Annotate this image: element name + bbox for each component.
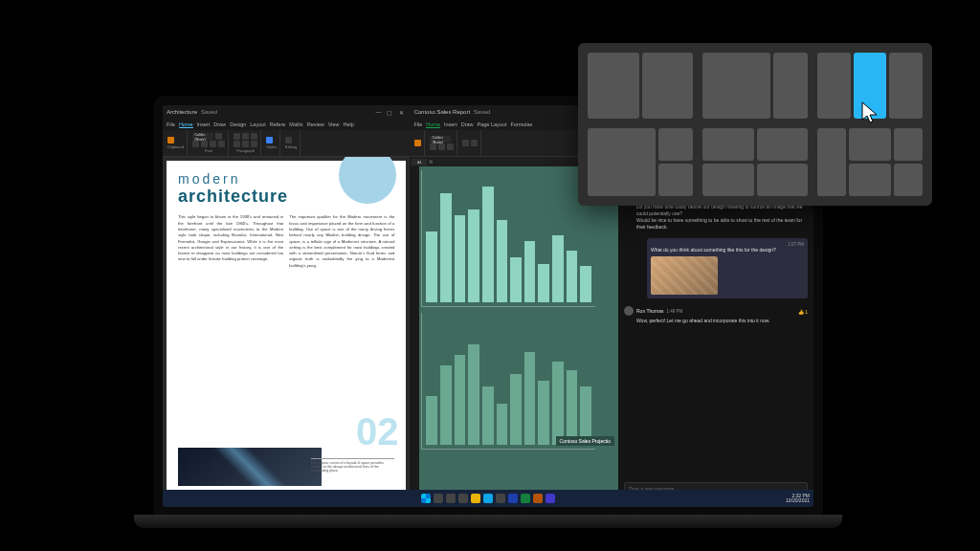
bullets-icon[interactable] xyxy=(234,133,240,140)
powerpoint-icon[interactable] xyxy=(533,494,543,503)
align-center-icon[interactable] xyxy=(242,141,249,147)
tab-home[interactable]: Home xyxy=(426,121,440,128)
excel-doc-title: Contoso Sales Report xyxy=(413,109,470,115)
reaction-like[interactable]: 👍 1 xyxy=(798,309,808,315)
chart-bar xyxy=(455,215,466,302)
fill-color-icon[interactable] xyxy=(447,143,454,150)
snap-layout-quad[interactable] xyxy=(702,128,808,197)
tab-file[interactable]: File xyxy=(413,121,422,127)
snap-zone[interactable] xyxy=(894,164,923,196)
snap-layout-center-wide[interactable] xyxy=(817,128,923,197)
snap-zone[interactable] xyxy=(849,164,892,196)
bar-chart-1[interactable] xyxy=(421,170,594,307)
snap-zone[interactable] xyxy=(658,164,693,196)
maximize-button[interactable]: ▢ xyxy=(385,108,394,116)
word-icon[interactable] xyxy=(508,494,518,503)
doc-column-1: This style began to bloom in the 1930's … xyxy=(178,214,283,269)
paste-icon[interactable] xyxy=(414,140,421,146)
snap-zone-highlighted[interactable] xyxy=(854,53,887,119)
worksheet[interactable]: Contoso Sales Projectio xyxy=(410,166,618,496)
align-right-icon[interactable] xyxy=(251,141,257,147)
snap-layout-half-quarters[interactable] xyxy=(588,128,693,197)
edge-icon[interactable] xyxy=(483,494,493,503)
font-selector[interactable]: Calibri (Body) xyxy=(192,133,213,140)
avatar[interactable] xyxy=(624,306,634,316)
tab-mailings[interactable]: Mailin xyxy=(289,121,302,127)
paste-icon[interactable] xyxy=(167,137,174,143)
tab-help[interactable]: Help xyxy=(344,121,354,127)
taskbar: 2:32 PM 10/20/2021 xyxy=(163,490,813,507)
snap-layout-thirds[interactable] xyxy=(817,53,923,119)
tab-insert[interactable]: Insert xyxy=(444,121,457,127)
snap-zone[interactable] xyxy=(702,128,754,161)
snap-zone[interactable] xyxy=(757,164,809,196)
widgets-icon[interactable] xyxy=(458,494,468,503)
font-size[interactable] xyxy=(215,133,222,140)
teams-icon[interactable] xyxy=(546,494,555,503)
numbering-icon[interactable] xyxy=(242,133,249,140)
tab-references[interactable]: Refere xyxy=(270,121,286,127)
word-canvas[interactable]: modern architecture This style began to … xyxy=(163,157,410,496)
snap-zone[interactable] xyxy=(817,53,851,119)
tab-home[interactable]: Home xyxy=(179,121,193,128)
tab-design[interactable]: Design xyxy=(230,121,246,127)
word-save-status: Saved xyxy=(201,109,217,115)
tab-file[interactable]: File xyxy=(167,121,175,127)
snap-zone[interactable] xyxy=(757,128,809,161)
fx-icon[interactable]: fx xyxy=(429,159,433,165)
file-explorer-icon[interactable] xyxy=(471,494,480,503)
system-tray[interactable]: 2:32 PM 10/20/2021 xyxy=(786,494,810,504)
search-icon[interactable] xyxy=(434,494,443,503)
merge-icon[interactable] xyxy=(471,140,478,146)
chart-bar xyxy=(524,352,536,444)
image-attachment[interactable] xyxy=(651,256,718,295)
font-color-icon[interactable] xyxy=(218,141,225,147)
message-text: What do you think about something like t… xyxy=(651,247,804,253)
tab-draw[interactable]: Draw xyxy=(461,121,474,127)
name-box[interactable]: A1 xyxy=(412,159,427,165)
snap-zone[interactable] xyxy=(817,128,846,197)
tab-review[interactable]: Review xyxy=(307,121,324,127)
bold-icon[interactable] xyxy=(430,143,436,150)
align-icon[interactable] xyxy=(462,140,469,146)
close-button[interactable]: ✕ xyxy=(396,108,406,116)
chart-bar xyxy=(538,381,549,445)
snap-layout-split-5050[interactable] xyxy=(588,53,693,119)
tab-formulas[interactable]: Formulas xyxy=(510,121,532,127)
snap-zone[interactable] xyxy=(642,53,694,119)
tab-page-layout[interactable]: Page Layout xyxy=(478,121,507,127)
indent-icon[interactable] xyxy=(251,133,257,140)
align-left-icon[interactable] xyxy=(234,141,240,147)
find-icon[interactable] xyxy=(285,137,292,143)
chart-bar xyxy=(468,209,479,301)
row-headers[interactable] xyxy=(410,166,419,496)
minimize-button[interactable]: — xyxy=(373,108,383,116)
underline-icon[interactable] xyxy=(210,141,216,147)
tab-layout[interactable]: Layout xyxy=(250,121,266,127)
tab-insert[interactable]: Insert xyxy=(197,121,211,127)
snap-zone[interactable] xyxy=(894,128,923,161)
snap-zone[interactable] xyxy=(849,128,892,161)
document-page: modern architecture This style began to … xyxy=(167,161,406,492)
tab-draw[interactable]: Draw xyxy=(213,121,226,127)
bold-icon[interactable] xyxy=(192,141,199,147)
snap-zone[interactable] xyxy=(702,53,770,119)
snap-layout-split-7030[interactable] xyxy=(702,53,808,119)
snap-layouts-flyout xyxy=(578,43,932,206)
mail-icon[interactable] xyxy=(496,494,505,503)
font-selector[interactable]: Calibri (Body) xyxy=(430,136,451,143)
snap-zone[interactable] xyxy=(588,128,656,197)
start-button[interactable] xyxy=(421,494,431,503)
styles-icon[interactable] xyxy=(266,137,273,143)
snap-zone[interactable] xyxy=(773,53,808,119)
italic-icon[interactable] xyxy=(201,141,208,147)
bar-chart-2[interactable] xyxy=(421,313,594,450)
excel-icon[interactable] xyxy=(521,494,530,503)
snap-zone[interactable] xyxy=(588,53,639,119)
tab-view[interactable]: View xyxy=(328,121,340,127)
snap-zone[interactable] xyxy=(658,128,693,161)
italic-icon[interactable] xyxy=(438,143,445,150)
snap-zone[interactable] xyxy=(702,164,754,196)
task-view-icon[interactable] xyxy=(446,494,456,503)
snap-zone[interactable] xyxy=(889,53,923,119)
